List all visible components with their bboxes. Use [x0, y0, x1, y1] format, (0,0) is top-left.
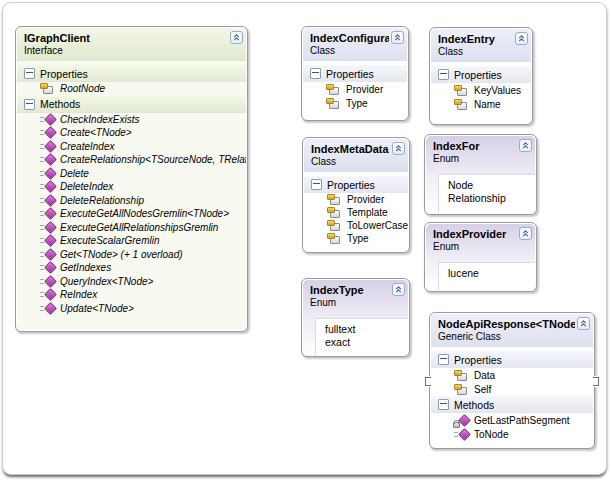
class-box-indexmetadata[interactable]: IndexMetaData Class Properties Provider …: [302, 137, 410, 253]
member-row[interactable]: RootNode: [17, 82, 246, 96]
section-label: Properties: [454, 69, 502, 81]
class-box-nodeapiresponse[interactable]: NodeApiResponse<TNode> Generic Class Pro…: [429, 312, 595, 449]
member-row[interactable]: CreateRelationship<TSourceNode, TRelatio…: [17, 153, 246, 167]
method-icon: [40, 114, 54, 125]
collapse-section-icon[interactable]: [310, 68, 321, 79]
section-header-properties[interactable]: Properties: [17, 65, 246, 82]
chevron-double-up-icon[interactable]: [230, 31, 243, 44]
property-icon: [454, 85, 468, 96]
member-row[interactable]: ReIndex: [17, 288, 246, 302]
enum-values-panel: Node Relationship: [438, 174, 535, 213]
box-header[interactable]: IndexFor Enum: [426, 136, 535, 170]
method-icon: [40, 289, 54, 300]
member-row[interactable]: Type: [303, 96, 407, 110]
member-row[interactable]: ExecuteGetAllNodesGremlin<TNode>: [17, 207, 246, 221]
member-row[interactable]: DeleteIndex: [17, 180, 246, 194]
chevron-double-up-icon[interactable]: [515, 32, 528, 45]
enum-value[interactable]: lucene: [448, 267, 535, 280]
enum-box-indexprovider[interactable]: IndexProvider Enum lucene: [424, 222, 537, 292]
box-header[interactable]: NodeApiResponse<TNode> Generic Class: [431, 314, 593, 347]
chevron-double-up-icon[interactable]: [392, 142, 405, 155]
section-header-properties[interactable]: Properties: [431, 351, 593, 368]
member-row[interactable]: ExecuteScalarGremlin: [17, 234, 246, 248]
member-label: DeleteRelationship: [60, 195, 144, 206]
member-row[interactable]: Type: [304, 232, 408, 245]
member-label: CreateRelationship<TSourceNode, TRelatio…: [60, 154, 246, 165]
section-header-properties[interactable]: Properties: [431, 66, 531, 83]
collapse-section-icon[interactable]: [438, 69, 449, 80]
box-title: IndexConfigurat...: [310, 32, 389, 45]
box-header[interactable]: IndexEntry Class: [431, 29, 531, 62]
member-row[interactable]: DeleteRelationship: [17, 194, 246, 208]
box-subtitle: Enum: [310, 297, 390, 309]
collapse-section-icon[interactable]: [311, 179, 322, 190]
member-row[interactable]: Provider: [303, 82, 407, 96]
box-header[interactable]: IGraphClient Interface: [17, 28, 246, 61]
member-row[interactable]: Name: [431, 97, 531, 111]
class-box-indexconfiguration[interactable]: IndexConfigurat... Class Properties Prov…: [301, 26, 409, 121]
enum-box-indexfor[interactable]: IndexFor Enum Node Relationship: [424, 134, 537, 215]
member-row[interactable]: CheckIndexExists: [17, 113, 246, 127]
member-row[interactable]: QueryIndex<TNode>: [17, 275, 246, 289]
chevron-double-up-icon[interactable]: [577, 317, 590, 330]
member-row[interactable]: CreateIndex: [17, 140, 246, 154]
enum-value[interactable]: fulltext: [325, 323, 408, 336]
section-label: Properties: [326, 68, 374, 80]
member-label: ExecuteGetAllNodesGremlin<TNode>: [60, 208, 229, 219]
chevron-double-up-icon[interactable]: [392, 283, 405, 296]
member-row[interactable]: Template: [304, 206, 408, 219]
member-label: Data: [474, 370, 495, 381]
collapse-section-icon[interactable]: [438, 354, 449, 365]
member-row[interactable]: Provider: [304, 193, 408, 206]
member-row[interactable]: ToNode: [431, 427, 593, 441]
enum-box-indextype[interactable]: IndexType Enum fulltext exact: [301, 278, 410, 357]
class-box-indexentry[interactable]: IndexEntry Class Properties KeyValues Na…: [429, 27, 533, 125]
box-subtitle: Generic Class: [438, 331, 575, 343]
member-label: ExecuteGetAllRelationshipsGremlin: [60, 222, 218, 233]
method-icon: [40, 276, 54, 287]
property-icon: [327, 233, 341, 244]
box-title: IndexProvider: [433, 228, 517, 241]
box-header[interactable]: IndexProvider Enum: [426, 224, 535, 258]
method-icon: [40, 141, 54, 152]
member-row[interactable]: Delete: [17, 167, 246, 181]
section-label: Properties: [40, 68, 88, 80]
collapse-section-icon[interactable]: [438, 399, 449, 410]
member-label: Get<TNode> (+ 1 overload): [60, 249, 183, 260]
box-header[interactable]: IndexMetaData Class: [304, 139, 408, 172]
member-row[interactable]: ToLowerCase: [304, 219, 408, 232]
box-subtitle: Class: [310, 45, 389, 57]
collapse-section-icon[interactable]: [24, 99, 35, 110]
member-row[interactable]: GetLastPathSegment: [431, 413, 593, 427]
box-header[interactable]: IndexConfigurat... Class: [303, 28, 407, 61]
chevron-double-up-icon[interactable]: [391, 31, 404, 44]
member-row[interactable]: ExecuteGetAllRelationshipsGremlin: [17, 221, 246, 235]
section-header-properties[interactable]: Properties: [304, 176, 408, 193]
box-header[interactable]: IndexType Enum: [303, 280, 408, 314]
section-label: Methods: [40, 98, 80, 110]
section-header-methods[interactable]: Methods: [431, 396, 593, 413]
collapse-section-icon[interactable]: [24, 68, 35, 79]
property-icon: [454, 99, 468, 110]
enum-value[interactable]: Node: [448, 179, 535, 192]
diagram-canvas: IGraphClient Interface Properties RootNo…: [2, 2, 607, 475]
box-title: IndexFor: [433, 140, 517, 153]
chevron-double-up-icon[interactable]: [519, 139, 532, 152]
enum-value[interactable]: exact: [325, 336, 408, 349]
method-icon: [40, 208, 54, 219]
box-subtitle: Class: [311, 156, 390, 168]
member-row[interactable]: Self: [431, 382, 593, 396]
section-header-properties[interactable]: Properties: [303, 65, 407, 82]
member-label: Type: [347, 233, 369, 244]
member-row[interactable]: KeyValues: [431, 83, 531, 97]
member-row[interactable]: Update<TNode>: [17, 302, 246, 316]
chevron-double-up-icon[interactable]: [519, 227, 532, 240]
member-row[interactable]: Get<TNode> (+ 1 overload): [17, 248, 246, 262]
section-header-methods[interactable]: Methods: [17, 96, 246, 113]
member-row[interactable]: GetIndexes: [17, 261, 246, 275]
member-row[interactable]: Create<TNode>: [17, 126, 246, 140]
method-icon: [40, 168, 54, 179]
enum-value[interactable]: Relationship: [448, 192, 535, 205]
member-row[interactable]: Data: [431, 368, 593, 382]
class-box-igraphclient[interactable]: IGraphClient Interface Properties RootNo…: [15, 26, 248, 332]
